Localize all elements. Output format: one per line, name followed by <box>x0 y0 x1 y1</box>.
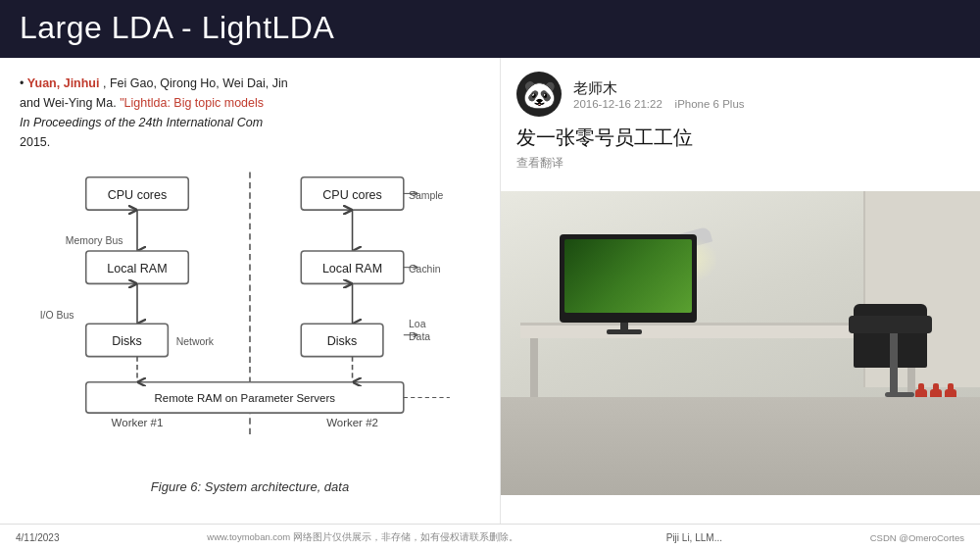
avatar: 🐼 <box>516 72 562 117</box>
paper-title-link[interactable]: "Lightlda: Big topic models <box>120 96 264 110</box>
reference-text: • Yuan, Jinhui , Fei Gao, Qirong Ho, Wei… <box>20 74 480 152</box>
caching-label: Cachin <box>409 264 441 275</box>
year: 2015. <box>20 135 50 149</box>
post-meta: 2016-12-16 21:22 iPhone 6 Plus <box>573 98 745 110</box>
io-bus-label: I/O Bus <box>40 310 74 321</box>
bullet: • <box>20 76 27 90</box>
post-translate[interactable]: 查看翻译 <box>516 155 964 172</box>
cpu-cores-right: CPU cores <box>322 188 382 202</box>
footer: 4/11/2023 www.toymoban.com 网络图片仅供展示，非存储，… <box>0 524 980 551</box>
network-label: Network <box>176 336 215 347</box>
social-panel: 🐼 老师木 2016-12-16 21:22 iPhone 6 Plus 发一张… <box>500 58 980 538</box>
sample-label: Sample <box>409 190 444 201</box>
local-ram-left: Local RAM <box>107 262 167 276</box>
room-photo <box>501 191 980 495</box>
chair-seat <box>849 316 932 333</box>
author-bold: Yuan, Jinhui <box>27 76 100 90</box>
remote-ram-label: Remote RAM on Parameter Servers <box>155 392 336 404</box>
diagram-svg: CPU cores Memory Bus Local RAM I/O Bus D… <box>24 162 475 470</box>
authors-end: and Wei-Ying Ma. <box>20 96 117 110</box>
desk-leg-left <box>530 338 538 397</box>
slide-content: • Yuan, Jinhui , Fei Gao, Qirong Ho, Wei… <box>0 58 500 538</box>
slide-title: Large LDA - LightLDA <box>20 10 334 45</box>
worker1-label: Worker #1 <box>112 417 164 428</box>
wechat-card: 🐼 老师木 2016-12-16 21:22 iPhone 6 Plus 发一张… <box>501 58 980 191</box>
footer-date: 4/11/2023 <box>16 532 60 543</box>
monitor-base <box>607 329 642 334</box>
venue: In Proceedings of the 24th International… <box>20 116 263 129</box>
monitor-body <box>560 234 697 323</box>
worker2-label: Worker #2 <box>326 417 378 428</box>
cpu-cores-left: CPU cores <box>108 188 168 202</box>
footer-presenter: Piji Li, LLM... <box>666 532 722 543</box>
footer-csdn: CSDN @OmeroCortes <box>870 532 964 543</box>
slide-header: Large LDA - LightLDA <box>0 0 980 58</box>
monitor-screen <box>564 239 692 313</box>
wechat-user: 🐼 老师木 2016-12-16 21:22 iPhone 6 Plus <box>516 72 964 117</box>
floor <box>501 397 980 495</box>
avatar-emoji: 🐼 <box>522 78 557 111</box>
authors-rest: , Fei Gao, Qirong Ho, Wei Dai, Jin <box>103 76 288 90</box>
memory-bus-label: Memory Bus <box>66 235 123 246</box>
load-label: Loa <box>409 319 426 329</box>
disks-left: Disks <box>112 334 142 348</box>
chair-base <box>890 333 898 397</box>
user-info: 老师木 2016-12-16 21:22 iPhone 6 Plus <box>573 79 745 110</box>
figure-caption: Figure 6: System architecture, data <box>24 479 475 494</box>
username: 老师木 <box>573 79 745 98</box>
disks-right: Disks <box>327 334 358 348</box>
local-ram-right: Local RAM <box>322 262 382 276</box>
footer-watermark: www.toymoban.com 网络图片仅供展示，非存储，如有侵权请联系删除。 <box>207 531 518 544</box>
post-title: 发一张零号员工工位 <box>516 125 964 151</box>
room-scene <box>501 191 980 495</box>
architecture-diagram: CPU cores Memory Bus Local RAM I/O Bus D… <box>24 162 475 494</box>
data-label: Data <box>409 331 430 342</box>
